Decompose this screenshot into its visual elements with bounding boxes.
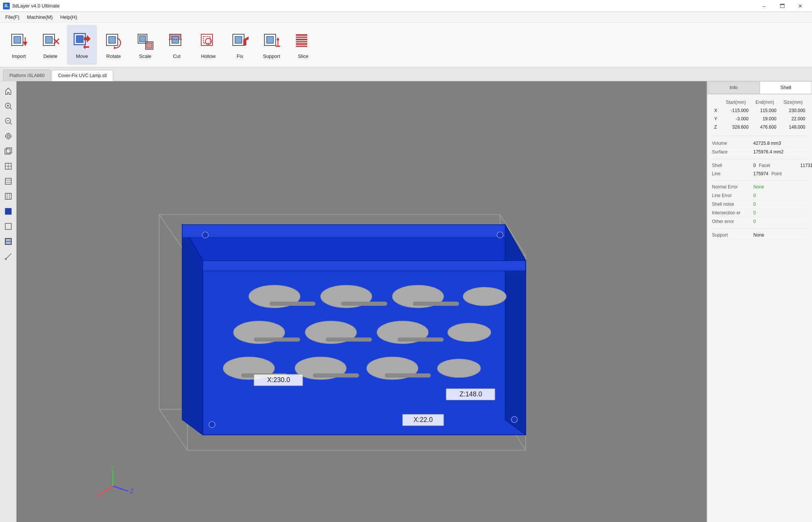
svg-marker-85 xyxy=(203,261,526,435)
tool-fix[interactable]: Fix xyxy=(225,25,255,65)
svg-rect-9 xyxy=(76,36,83,42)
menu-machine[interactable]: Machine(M) xyxy=(23,13,57,21)
tool-scale[interactable]: Scale xyxy=(130,25,160,65)
panel-tab-shell[interactable]: Shell xyxy=(760,81,812,94)
facet-value: 117316 xyxy=(800,163,812,168)
tool-delete[interactable]: Delete xyxy=(35,25,65,65)
tool-rotate[interactable]: Rotate xyxy=(99,25,129,65)
maximize-button[interactable]: 🗖 xyxy=(774,0,791,12)
title-bar: 3L 3dLayer v4.0 Ultimate – 🗖 ✕ xyxy=(0,0,812,12)
svg-rect-13 xyxy=(109,36,115,43)
tool-import[interactable]: Import xyxy=(4,25,34,65)
intersection-value: 0 xyxy=(753,210,756,215)
row-y-start: -3.000 xyxy=(721,115,751,123)
svg-rect-5 xyxy=(46,36,52,43)
tab-bar: Platform iSLA660 Cover-Fix UVC Lamp.stl xyxy=(0,68,812,81)
move-label: Move xyxy=(76,53,88,59)
normal-error-label: Normal Error xyxy=(712,184,753,190)
info-facet: Facet 117316 xyxy=(759,161,812,170)
wire2-view-button[interactable] xyxy=(2,235,15,248)
import-icon xyxy=(8,31,29,52)
svg-rect-52 xyxy=(5,149,10,154)
viewport[interactable]: X:230.0 Z:148.0 X:22.0 X Y Z xyxy=(17,81,707,522)
intersection-label: Intersection er xyxy=(712,210,753,215)
model-view: X:230.0 Z:148.0 X:22.0 X Y Z xyxy=(17,81,707,522)
row-y-size: 22.000 xyxy=(779,115,807,123)
view-side-button[interactable] xyxy=(2,190,15,203)
surface-label: Surface xyxy=(712,149,753,155)
row-z: Z 328.600 476.600 148.000 xyxy=(712,123,807,131)
svg-marker-109 xyxy=(182,225,505,238)
svg-rect-100 xyxy=(269,302,316,306)
svg-rect-101 xyxy=(341,302,387,306)
view-top-button[interactable] xyxy=(2,175,15,188)
info-shell: Shell 0 xyxy=(712,161,756,170)
solid-view-button[interactable] xyxy=(2,205,15,218)
svg-point-91 xyxy=(463,287,506,306)
svg-rect-63 xyxy=(5,208,11,214)
info-normal-error: Normal Error None xyxy=(712,183,807,191)
panel-content: Start(mm) End(mm) Size(mm) X -115.000 11… xyxy=(707,94,812,243)
row-x: X -115.000 115.000 230.000 xyxy=(712,106,807,115)
svg-rect-27 xyxy=(235,36,242,43)
import-label: Import xyxy=(12,53,26,59)
line-value: 175974 xyxy=(753,171,768,176)
tab-platform[interactable]: Platform iSLA660 xyxy=(3,70,51,81)
minimize-button[interactable]: – xyxy=(756,0,773,12)
cut-icon xyxy=(166,31,187,52)
svg-marker-11 xyxy=(83,45,89,49)
panel-tab-info[interactable]: Info xyxy=(707,81,760,94)
col-size: Size(mm) xyxy=(779,98,807,106)
svg-rect-108 xyxy=(385,373,431,378)
fix-icon xyxy=(229,31,250,52)
close-button[interactable]: ✕ xyxy=(792,0,809,12)
svg-text:X:230.0: X:230.0 xyxy=(267,376,290,384)
volume-value: 42725.8 mm3 xyxy=(753,141,781,146)
wire-view-button[interactable] xyxy=(2,220,15,233)
svg-marker-110 xyxy=(203,261,526,271)
menu-help[interactable]: Help(H) xyxy=(56,13,81,21)
view-3d-button[interactable] xyxy=(2,144,15,158)
zoom-out-button[interactable] xyxy=(2,114,15,128)
svg-line-45 xyxy=(10,123,12,125)
svg-rect-29 xyxy=(267,36,273,43)
col-start: Start(mm) xyxy=(721,98,751,106)
line-label: Line xyxy=(712,171,753,176)
hollow-icon xyxy=(198,31,219,52)
tool-slice[interactable]: Slice xyxy=(288,25,318,65)
right-panel: Info Shell Start(mm) End(mm) Size(mm) X xyxy=(707,81,812,522)
svg-rect-18 xyxy=(147,43,152,48)
svg-point-95 xyxy=(448,323,490,341)
info-surface: Surface 175976.4 mm2 xyxy=(712,148,807,156)
tool-hollow[interactable]: Hollow xyxy=(193,25,223,65)
view-home-button[interactable] xyxy=(2,84,15,98)
svg-marker-2 xyxy=(23,42,27,46)
svg-rect-38 xyxy=(296,46,307,47)
dimensions-table: Start(mm) End(mm) Size(mm) X -115.000 11… xyxy=(712,98,807,131)
menu-file[interactable]: File(F) xyxy=(2,13,23,21)
svg-rect-53 xyxy=(6,148,12,153)
toolbar: Import Delete Move xyxy=(0,23,812,68)
tool-support[interactable]: Support xyxy=(257,25,287,65)
svg-rect-33 xyxy=(296,34,307,36)
svg-rect-36 xyxy=(296,41,307,42)
svg-marker-14 xyxy=(114,46,116,49)
facet-label: Facet xyxy=(759,163,800,168)
cut-label: Cut xyxy=(173,53,181,59)
svg-point-113 xyxy=(209,422,215,428)
row-x-size: 230.000 xyxy=(779,106,807,115)
measure-button[interactable] xyxy=(2,250,15,263)
tool-cut[interactable]: Cut xyxy=(162,25,192,65)
info-support: Support None xyxy=(712,231,807,240)
tool-move[interactable]: Move xyxy=(67,25,97,65)
line-error-value: 0 xyxy=(753,193,756,198)
shell-label: Shell xyxy=(712,163,753,168)
svg-point-112 xyxy=(497,232,503,238)
view-front-button[interactable] xyxy=(2,159,15,173)
line-error-label: Line Error xyxy=(712,193,753,198)
zoom-in-button[interactable] xyxy=(2,99,15,113)
tab-file[interactable]: Cover-Fix UVC Lamp.stl xyxy=(52,70,113,81)
zoom-fit-button[interactable] xyxy=(2,129,15,143)
volume-label: Volume xyxy=(712,141,753,146)
row-y-end: 19.000 xyxy=(751,115,779,123)
